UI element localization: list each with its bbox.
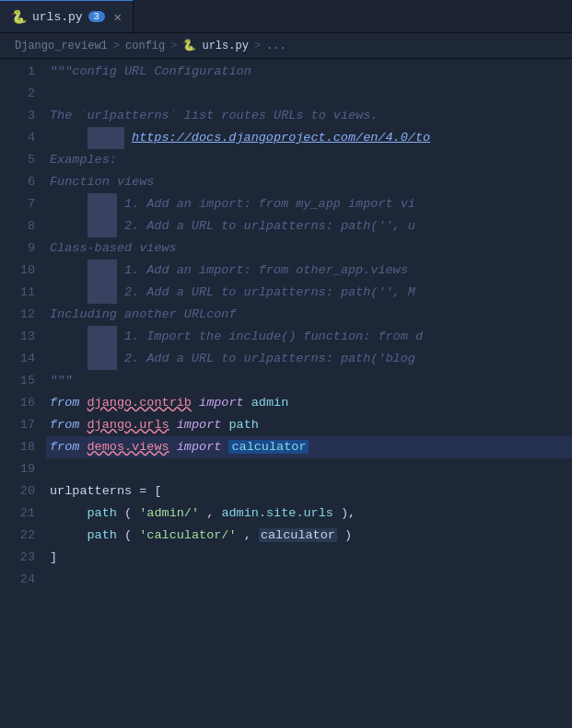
code-line-6: Function views (46, 171, 572, 193)
line-num-22: 22 (15, 525, 35, 547)
fn-path: path (228, 418, 258, 432)
code-line-14: 2. Add a URL to urlpatterns: path('blog (46, 348, 572, 370)
code-line-9: Class-based views (46, 237, 572, 260)
line14-text: 2. Add a URL to urlpatterns: path('blog (124, 352, 415, 365)
line-num-5: 5 (15, 149, 35, 171)
code-line-5: Examples: (46, 149, 572, 171)
code-line-4: https://docs.djangoproject.com/en/4.0/to (46, 127, 572, 149)
code-line-16: from django.contrib import admin (46, 392, 572, 414)
kw-from-16: from (50, 396, 79, 410)
fn-path-22: path (88, 528, 117, 542)
line8-indent (50, 219, 79, 233)
line-num-8: 8 (15, 215, 35, 237)
indent-22 (50, 528, 79, 542)
tab-urls-py[interactable]: 🐍 urls.py 3 ✕ (0, 0, 134, 32)
fn-calculator-highlight: calculator (228, 440, 309, 454)
line-num-20: 20 (15, 480, 35, 503)
code-line-15: """ (46, 370, 572, 392)
breadcrumb-icon: 🐍 (182, 39, 196, 52)
line10-text: 1. Add an import: from other_app.views (124, 263, 408, 277)
line-num-14: 14 (15, 348, 35, 370)
breadcrumb-ellipsis: ... (266, 40, 286, 52)
code-line-11: 2. Add a URL to urlpatterns: path('', M (46, 282, 572, 304)
code-area: 1 2 3 4 5 6 7 8 9 10 11 12 13 14 15 16 1… (0, 59, 572, 591)
breadcrumb-config: config (125, 40, 165, 52)
line-num-2: 2 (15, 83, 35, 105)
line13-text: 1. Import the include() function: from d (124, 329, 423, 343)
code-line-13: 1. Import the include() function: from d (46, 326, 572, 348)
breadcrumb-sep-3: > (254, 40, 261, 52)
line-num-13: 13 (15, 326, 35, 348)
code-line-20: urlpatterns = [ (46, 480, 572, 503)
breadcrumb-sep-2: > (170, 40, 177, 52)
kw-import-16: import (199, 396, 244, 410)
editor: 1 2 3 4 5 6 7 8 9 10 11 12 13 14 15 16 1… (0, 59, 572, 591)
urlpatterns-var: urlpatterns = [ (50, 484, 162, 498)
line3-text: The `urlpatterns` list routes URLs to vi… (50, 109, 378, 122)
tab-badge: 3 (88, 11, 105, 22)
line5-text: Examples: (50, 153, 117, 167)
paren-22b: ) (344, 528, 352, 542)
line-num-7: 7 (15, 193, 35, 215)
mod-django-contrib: django.contrib (88, 396, 192, 410)
line11-text: 2. Add a URL to urlpatterns: path('', M (124, 285, 415, 299)
code-line-24 (46, 569, 572, 591)
code-line-21: path ( 'admin/' , admin.site.urls ), (46, 503, 572, 525)
fn-path-21: path (88, 506, 117, 520)
comma-21: , (206, 506, 221, 520)
line9-text: Class-based views (50, 241, 177, 255)
line-num-11: 11 (15, 282, 35, 304)
line12-text: Including another URLconf (50, 307, 237, 321)
line-num-9: 9 (15, 237, 35, 260)
line-num-21: 21 (15, 503, 35, 525)
str-admin: 'admin/' (139, 506, 199, 520)
breadcrumb-project: Django_review1 (15, 40, 108, 52)
line6-text: Function views (50, 175, 154, 189)
line-num-1: 1 (15, 61, 35, 83)
line-num-16: 16 (15, 392, 35, 414)
tab-label: urls.py (32, 10, 83, 24)
fn-admin-site: admin.site.urls (221, 506, 333, 520)
code-line-18: from demos.views import calculator (46, 436, 572, 458)
code-lines[interactable]: """config URL Configuration The `urlpatt… (46, 59, 572, 591)
code-line-7: 1. Add an import: from my_app import vi (46, 193, 572, 215)
breadcrumb: Django_review1 > config > 🐍 urls.py > ..… (0, 33, 572, 59)
line8-text: 2. Add a URL to urlpatterns: path('', u (124, 219, 415, 233)
line-num-24: 24 (15, 569, 35, 591)
docstring-close: """ (50, 374, 72, 387)
code-line-10: 1. Add an import: from other_app.views (46, 260, 572, 282)
code-line-17: from django.urls import path (46, 414, 572, 436)
line-num-15: 15 (15, 370, 35, 392)
comma-22: , (244, 528, 259, 542)
kw-from-17: from (50, 418, 79, 432)
tab-bar: 🐍 urls.py 3 ✕ (0, 0, 572, 33)
calculator-ref: calculator (259, 528, 337, 542)
line11-indent (50, 285, 79, 299)
python-icon: 🐍 (11, 9, 27, 25)
line4-url: https://docs.djangoproject.com/en/4.0/to (132, 131, 430, 144)
code-line-3: The `urlpatterns` list routes URLs to vi… (46, 105, 572, 127)
mod-django-urls: django.urls (88, 418, 169, 432)
line-num-12: 12 (15, 304, 35, 326)
line13-box (88, 326, 117, 348)
line13-indent (50, 329, 79, 343)
line-num-4: 4 (15, 127, 35, 149)
close-bracket: ] (50, 550, 57, 564)
code-line-8: 2. Add a URL to urlpatterns: path('', u (46, 215, 572, 237)
line-num-6: 6 (15, 171, 35, 193)
paren-21b: ), (341, 506, 356, 520)
line11-box (88, 282, 117, 304)
breadcrumb-file: urls.py (202, 40, 248, 52)
breadcrumb-sep-1: > (113, 40, 120, 52)
paren-22a: ( (124, 528, 132, 542)
kw-import-18: import (177, 440, 222, 454)
tab-close-button[interactable]: ✕ (114, 9, 122, 25)
code-line-23: ] (46, 547, 572, 569)
indent-21 (50, 506, 79, 520)
code-line-1: """config URL Configuration (46, 61, 572, 83)
line-num-10: 10 (15, 260, 35, 282)
line8-box (88, 215, 117, 237)
paren-21a: ( (124, 506, 132, 520)
line-num-23: 23 (15, 547, 35, 569)
line7-box (88, 193, 117, 215)
